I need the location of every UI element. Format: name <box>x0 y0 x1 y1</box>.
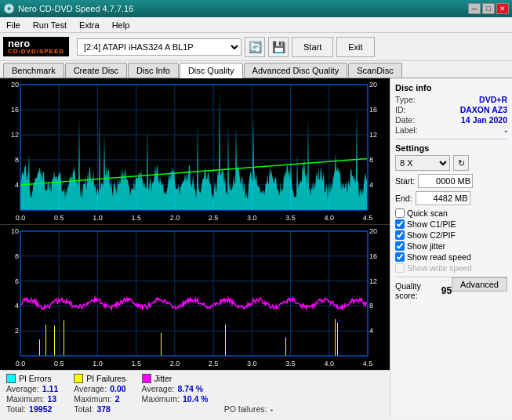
pi-errors-average-row: Average: 1.11 <box>6 384 58 393</box>
pi-failures-total-row: Total: 378 <box>74 404 125 414</box>
jitter-max-value: 10.4 % <box>183 394 209 404</box>
pi-failures-color <box>74 374 83 383</box>
start-mb-input[interactable]: 0000 MB <box>418 174 473 188</box>
quality-score-label: Quality score: <box>395 281 441 300</box>
start-mb-label: Start: <box>395 176 415 186</box>
pi-errors-avg-value: 1.11 <box>42 384 58 393</box>
show-c1pie-checkbox[interactable] <box>395 219 405 229</box>
save-button[interactable]: 💾 <box>268 37 289 57</box>
quality-score-value: 95 <box>441 285 452 296</box>
end-mb-input[interactable]: 4482 MB <box>416 191 470 205</box>
settings-refresh-btn[interactable]: ↻ <box>453 155 469 171</box>
show-write-speed-label: Show write speed <box>407 263 472 273</box>
jitter-avg-value: 8.74 % <box>177 384 203 393</box>
nero-logo: nero CD·DVD/SPEED <box>3 37 69 56</box>
tab-benchmark[interactable]: Benchmark <box>3 63 64 78</box>
main-content: PI Errors Average: 1.11 Maximum: 13 Tota… <box>0 78 512 417</box>
jitter-label: Jitter <box>154 374 172 383</box>
show-read-speed-checkbox[interactable] <box>395 252 405 262</box>
pi-failures-total-label: Total: <box>74 404 93 414</box>
chart1-canvas <box>0 78 390 224</box>
speed-select[interactable]: 8 X <box>395 155 450 171</box>
disc-type-label: Type: <box>395 95 416 104</box>
disc-type-value: DVD+R <box>479 95 507 104</box>
show-c2pif-row: Show C2/PIF <box>395 230 507 240</box>
pi-errors-avg-label: Average: <box>6 384 39 393</box>
start-mb-row: Start: 0000 MB <box>395 174 507 188</box>
pi-failures-label: PI Failures <box>86 374 125 383</box>
show-write-speed-row: Show write speed <box>395 263 507 273</box>
pi-errors-total-value: 19952 <box>29 404 52 414</box>
sidebar: Disc info Type: DVD+R ID: DAXON AZ3 Date… <box>390 78 512 417</box>
disc-id-label: ID: <box>395 105 405 114</box>
menu-extra[interactable]: Extra <box>76 20 103 31</box>
show-c2pif-label: Show C2/PIF <box>407 230 456 240</box>
show-jitter-checkbox[interactable] <box>395 241 405 251</box>
tab-scandisc[interactable]: ScanDisc <box>348 63 401 78</box>
exit-button[interactable]: Exit <box>336 37 374 57</box>
title-bar-controls: ─ □ ✕ <box>468 3 509 14</box>
jitter-header: Jitter <box>142 374 209 383</box>
pi-failures-avg-value: 0.00 <box>110 384 125 393</box>
menu-run-test[interactable]: Run Test <box>30 20 70 31</box>
reload-button[interactable]: 🔄 <box>245 37 265 57</box>
show-c2pif-checkbox[interactable] <box>395 230 405 240</box>
app-icon: 💿 <box>3 3 15 14</box>
show-jitter-row: Show jitter <box>395 241 507 251</box>
pi-errors-max-value: 13 <box>47 394 56 404</box>
settings-title: Settings <box>395 143 507 153</box>
tab-disc-quality[interactable]: Disc Quality <box>180 63 243 78</box>
start-button[interactable]: Start <box>292 37 333 57</box>
title-bar-left: 💿 Nero CD-DVD Speed 4.7.7.16 <box>3 3 133 14</box>
po-failures-value: - <box>271 404 274 414</box>
po-failures-row: PO failures: - <box>224 404 273 414</box>
advanced-button[interactable]: Advanced <box>452 277 507 291</box>
chart2-container <box>0 225 390 370</box>
disc-label-row: Label: - <box>395 125 507 135</box>
jitter-max-label: Maximum: <box>142 394 180 404</box>
pi-errors-color <box>6 374 16 383</box>
disc-date-label: Date: <box>395 115 415 125</box>
menu-help[interactable]: Help <box>109 20 133 31</box>
tab-create-disc[interactable]: Create Disc <box>65 63 127 78</box>
quick-scan-label: Quick scan <box>407 208 448 218</box>
jitter-max-row: Maximum: 10.4 % <box>142 394 209 404</box>
chart2-canvas <box>0 225 390 370</box>
pi-failures-max-label: Maximum: <box>74 394 111 404</box>
show-read-speed-label: Show read speed <box>407 252 471 262</box>
pi-errors-header: PI Errors <box>6 374 58 383</box>
stats-bar: PI Errors Average: 1.11 Maximum: 13 Tota… <box>0 370 390 417</box>
pi-failures-avg-label: Average: <box>74 384 107 393</box>
minimize-button[interactable]: ─ <box>468 3 481 14</box>
close-button[interactable]: ✕ <box>496 3 509 14</box>
po-failures-label: PO failures: <box>224 404 267 414</box>
end-mb-label: End: <box>395 194 412 203</box>
tab-disc-info[interactable]: Disc Info <box>128 63 179 78</box>
divider1 <box>395 139 507 139</box>
pi-failures-stats: PI Failures Average: 0.00 Maximum: 2 Tot… <box>74 374 125 414</box>
disc-label-value: - <box>505 125 508 135</box>
drive-selector[interactable]: [2:4] ATAPI iHAS324 A BL1P <box>77 38 241 56</box>
po-failures-stats: PO failures: - <box>224 374 273 414</box>
chart1-container <box>0 78 390 225</box>
show-write-speed-checkbox[interactable] <box>395 263 405 273</box>
jitter-color <box>142 374 151 383</box>
quick-scan-checkbox[interactable] <box>395 208 405 218</box>
pi-failures-header: PI Failures <box>74 374 125 383</box>
jitter-average-row: Average: 8.74 % <box>142 384 209 393</box>
pi-errors-total-row: Total: 19952 <box>6 404 58 414</box>
pi-failures-max-value: 2 <box>115 394 120 404</box>
jitter-stats: Jitter Average: 8.74 % Maximum: 10.4 % <box>142 374 209 414</box>
quality-score-row: Quality score: 95 <box>395 281 452 300</box>
charts-area: PI Errors Average: 1.11 Maximum: 13 Tota… <box>0 78 390 417</box>
pi-errors-stats: PI Errors Average: 1.11 Maximum: 13 Tota… <box>6 374 58 414</box>
maximize-button[interactable]: □ <box>482 3 495 14</box>
tab-advanced-disc-quality[interactable]: Advanced Disc Quality <box>244 63 348 78</box>
disc-label-label: Label: <box>395 125 418 135</box>
pi-errors-label: PI Errors <box>19 374 51 383</box>
disc-info-title: Disc info <box>395 83 507 92</box>
menu-file[interactable]: File <box>3 20 24 31</box>
pi-failures-average-row: Average: 0.00 <box>74 384 125 393</box>
pi-errors-max-row: Maximum: 13 <box>6 394 58 404</box>
disc-id-value: DAXON AZ3 <box>460 105 507 114</box>
